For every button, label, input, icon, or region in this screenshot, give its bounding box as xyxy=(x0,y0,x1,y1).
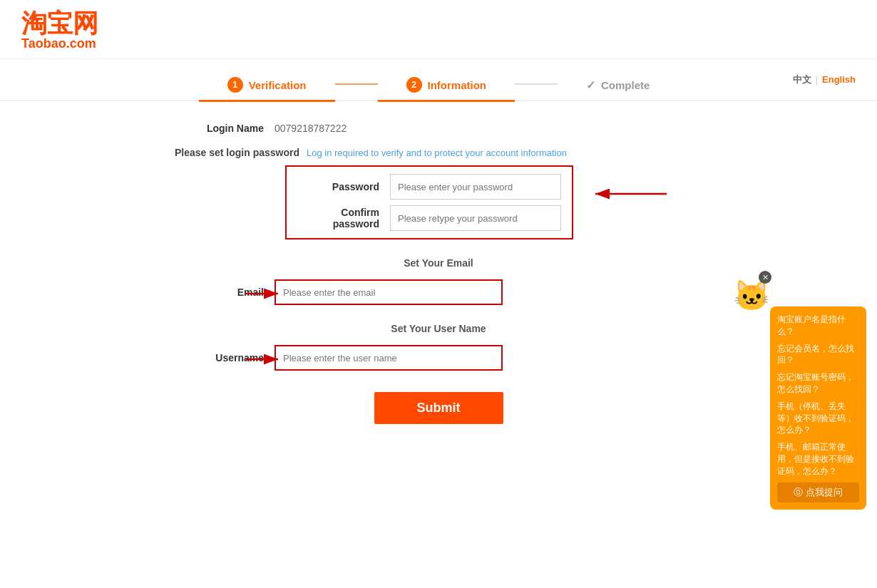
username-arrow xyxy=(242,351,285,368)
lang-chinese[interactable]: 中文 xyxy=(793,73,811,86)
username-input[interactable] xyxy=(275,345,503,371)
email-section-header: Set Your Email xyxy=(132,257,745,269)
step-label-verification: Verification xyxy=(249,79,307,91)
email-row-wrapper: Email xyxy=(132,279,745,305)
step-number-2: 2 xyxy=(406,77,422,93)
step-complete[interactable]: ✓ Complete xyxy=(558,71,678,99)
confirm-password-input[interactable] xyxy=(390,205,561,231)
confirm-password-label: Confirm password xyxy=(297,207,390,229)
step-check-icon: ✓ xyxy=(586,78,595,92)
username-row-wrapper: Username xyxy=(132,345,745,371)
password-input[interactable] xyxy=(390,174,561,200)
email-arrow xyxy=(242,285,285,303)
close-button[interactable]: ✕ xyxy=(759,271,771,284)
password-row: Password xyxy=(297,174,561,200)
password-box: Password Confirm password xyxy=(285,165,573,239)
password-arrow xyxy=(588,183,674,205)
username-section-label: Set Your User Name xyxy=(391,323,486,334)
help-panel: 淘宝账户名是指什么？ 忘记会员名，怎么找回？ 忘记淘宝账号密码，怎么找回？ 手机… xyxy=(770,306,866,467)
help-item-4[interactable]: 手机（停机、丢失等）收不到验证码，怎么办？ xyxy=(777,401,859,436)
login-name-label: Login Name xyxy=(132,123,275,134)
set-password-label: Please set login password xyxy=(168,147,307,158)
password-label: Password xyxy=(297,181,390,192)
login-name-row: Login Name 0079218787222 xyxy=(132,123,745,134)
step-information[interactable]: 2 Information xyxy=(378,70,516,102)
login-name-value: 0079218787222 xyxy=(275,123,347,134)
help-item-1[interactable]: 淘宝账户名是指什么？ xyxy=(777,314,859,338)
step-number-1: 1 xyxy=(227,77,243,93)
password-hint: Log in required to verify and to protect… xyxy=(307,148,567,158)
password-section: Password Confirm password xyxy=(132,165,745,239)
confirm-password-row: Confirm password xyxy=(297,205,561,231)
help-item-5[interactable]: 手机、邮箱正常使用，但是接收不到验证码，怎么办？ xyxy=(777,441,859,467)
help-item-2[interactable]: 忘记会员名，怎么找回？ xyxy=(777,343,859,367)
step-label-information: Information xyxy=(428,79,487,91)
lang-english[interactable]: English xyxy=(822,74,856,85)
username-section-header: Set Your User Name xyxy=(132,323,745,334)
step-label-complete: Complete xyxy=(601,79,650,91)
email-section-label: Set Your Email xyxy=(404,257,473,269)
header: 淘宝网 Taobao.com xyxy=(0,0,877,59)
main-content: Login Name 0079218787222 Please set logi… xyxy=(118,101,759,467)
submit-button[interactable]: Submit xyxy=(374,392,503,424)
steps-bar: 1 Verification 2 Information ✓ Complete … xyxy=(0,59,877,101)
logo-domain: Taobao.com xyxy=(21,36,856,51)
lang-divider: | xyxy=(816,74,818,85)
step-verification[interactable]: 1 Verification xyxy=(199,70,335,102)
email-row: Email xyxy=(132,279,745,305)
submit-wrapper: Submit xyxy=(132,392,745,424)
logo-chinese: 淘宝网 xyxy=(21,11,856,36)
help-item-3[interactable]: 忘记淘宝账号密码，怎么找回？ xyxy=(777,371,859,396)
language-switcher: 中文 | English xyxy=(793,73,856,86)
username-row: Username xyxy=(132,345,745,371)
password-section-header: Please set login password Log in require… xyxy=(132,147,745,158)
email-input[interactable] xyxy=(275,279,503,305)
